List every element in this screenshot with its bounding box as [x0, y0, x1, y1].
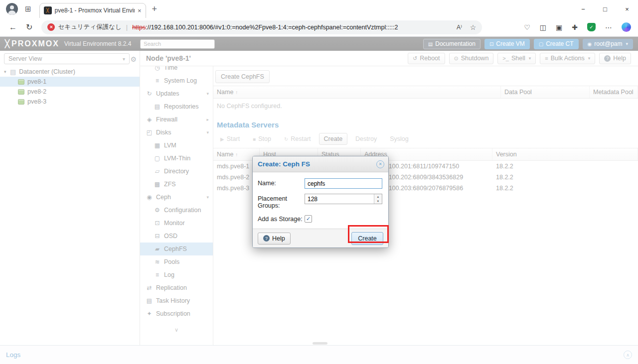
- dialog-body: Name: Placement Groups: ▴ ▾ Add as Stora…: [253, 172, 388, 229]
- address-bar[interactable]: ✕ セキュリティ保護なし | https://192.168.100.201:8…: [41, 20, 482, 34]
- collections-icon[interactable]: ▣: [556, 23, 562, 31]
- dialog-header[interactable]: Create: Ceph FS ✕: [253, 156, 388, 172]
- help-icon: ?: [263, 235, 270, 242]
- number-spinner: ▴ ▾: [374, 194, 382, 204]
- help-label: Help: [272, 235, 285, 242]
- annotation-red-box: [348, 225, 389, 243]
- tab-favicon: ╳: [44, 6, 52, 14]
- avatar-torso: [8, 10, 16, 15]
- refresh-icon[interactable]: ↻: [26, 22, 32, 32]
- check-icon: ✓: [306, 216, 311, 222]
- maximize-button[interactable]: □: [594, 0, 616, 17]
- security-blocked-icon[interactable]: ✕: [47, 23, 55, 31]
- favorite-star-icon[interactable]: ☆: [470, 23, 477, 31]
- browser-tab[interactable]: ╳ pve8-1 - Proxmox Virtual Environ ×: [39, 3, 146, 18]
- name-label: Name:: [258, 178, 305, 187]
- split-screen-icon[interactable]: ◫: [540, 23, 546, 31]
- add-storage-label: Add as Storage:: [258, 214, 305, 223]
- url-text: https://192.168.100.201:8006/#v1:0:=node…: [132, 24, 398, 31]
- read-aloud-icon[interactable]: A⁾: [457, 24, 462, 31]
- new-tab-button[interactable]: +: [152, 4, 158, 14]
- placement-groups-input[interactable]: [305, 194, 382, 204]
- tab-title: pve8-1 - Proxmox Virtual Environ: [55, 7, 135, 14]
- minimize-button[interactable]: −: [572, 0, 594, 17]
- copilot-icon[interactable]: [622, 22, 631, 32]
- placement-groups-field: ▴ ▾: [305, 194, 382, 204]
- back-icon[interactable]: ←: [9, 23, 17, 32]
- spinner-up-icon[interactable]: ▴: [374, 194, 382, 199]
- more-menu-icon[interactable]: ⋯: [605, 23, 612, 31]
- dialog-title: Create: Ceph FS: [258, 160, 376, 168]
- tab-close-icon[interactable]: ×: [138, 7, 142, 14]
- url-rest: ://192.168.100.201:8006/#v1:0:=node%2Fpv…: [146, 24, 398, 31]
- browser-navbar: ← ↻ ✕ セキュリティ保護なし | https://192.168.100.2…: [0, 18, 638, 37]
- addressbar-actions: A⁾ ☆: [457, 23, 477, 31]
- add-storage-checkbox[interactable]: ✓: [305, 215, 312, 223]
- browser-essentials-icon[interactable]: ♡: [524, 23, 530, 31]
- browser-titlebar: ⊞ ╳ pve8-1 - Proxmox Virtual Environ × +…: [0, 0, 638, 18]
- spinner-down-icon[interactable]: ▾: [374, 199, 382, 204]
- url-divider: |: [126, 23, 128, 31]
- name-input[interactable]: [305, 178, 382, 189]
- url-scheme: https: [132, 24, 146, 31]
- dialog-close-icon[interactable]: ✕: [376, 160, 384, 168]
- close-window-button[interactable]: ×: [616, 0, 638, 17]
- window-controls: − □ ×: [572, 0, 638, 17]
- placement-groups-label: Placement Groups:: [258, 194, 305, 209]
- browser-toolbar-icons: ♡ ◫ ▣ ✚ ✓ ⋯: [524, 22, 631, 32]
- avatar-head: [10, 5, 14, 9]
- dialog-help-button[interactable]: ? Help: [258, 233, 291, 244]
- profile-avatar-icon[interactable]: [6, 3, 18, 15]
- adblock-shield-icon[interactable]: ✓: [587, 23, 596, 31]
- extensions-icon[interactable]: ✚: [572, 23, 578, 31]
- tab-actions-icon[interactable]: ⊞: [25, 4, 31, 13]
- security-label: セキュリティ保護なし: [58, 23, 121, 31]
